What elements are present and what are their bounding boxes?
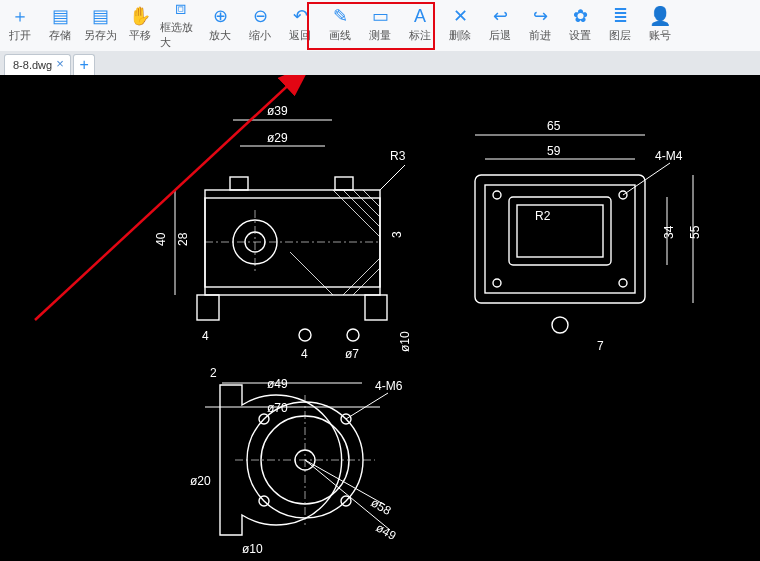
dim-d58: ø58 (369, 495, 394, 518)
save-button[interactable]: ▤存储 (40, 3, 80, 45)
saveas-button-label: 另存为 (84, 28, 117, 43)
dim-28: 28 (176, 232, 190, 246)
pan-button-label: 平移 (129, 28, 151, 43)
dim-40: 40 (154, 232, 168, 246)
dim-7: 7 (597, 339, 604, 353)
svg-line-18 (343, 258, 380, 295)
dim-d49v3: ø49 (374, 520, 399, 543)
toolbar: ＋打开▤存储▤另存为✋平移⧈框选放大⊕放大⊖缩小↶返回✎画线▭测量A标注✕删除↩… (0, 0, 760, 51)
measure-button-label: 测量 (369, 28, 391, 43)
dim-R3: R3 (390, 149, 406, 163)
saveas-button-icon: ▤ (92, 5, 109, 27)
svg-point-33 (619, 279, 627, 287)
dim-4M6: 4-M6 (375, 379, 403, 393)
layers-button[interactable]: ≣图层 (600, 3, 640, 45)
annotate-button-label: 标注 (409, 28, 431, 43)
close-icon[interactable]: × (54, 58, 66, 70)
layers-button-icon: ≣ (613, 5, 628, 27)
tab-add-button[interactable]: + (73, 54, 95, 75)
svg-rect-1 (205, 190, 380, 295)
zoom-back-button[interactable]: ↶返回 (280, 3, 320, 45)
delete-button-label: 删除 (449, 28, 471, 43)
undo-button-label: 后退 (489, 28, 511, 43)
zoom-window-button[interactable]: ⧈框选放大 (160, 3, 200, 45)
dim-d29: ø29 (267, 131, 288, 145)
draw-line-button-label: 画线 (329, 28, 351, 43)
dim-59: 59 (547, 144, 561, 158)
zoom-out-button[interactable]: ⊖缩小 (240, 3, 280, 45)
dim-55: 55 (688, 225, 702, 239)
dim-3: 3 (390, 231, 404, 238)
svg-rect-28 (509, 197, 611, 265)
tab-active[interactable]: 8-8.dwg × (4, 54, 71, 75)
annotate-button-icon: A (414, 5, 426, 27)
svg-line-22 (380, 165, 405, 190)
tab-bar: 8-8.dwg × + (0, 51, 760, 75)
draw-line-button[interactable]: ✎画线 (320, 3, 360, 45)
dim-4a: 4 (202, 329, 209, 343)
dim-d39: ø39 (267, 104, 288, 118)
open-button-icon: ＋ (11, 5, 29, 27)
dim-d20: ø20 (190, 474, 211, 488)
measure-button[interactable]: ▭测量 (360, 3, 400, 45)
svg-rect-2 (205, 198, 380, 287)
account-button[interactable]: 👤账号 (640, 3, 680, 45)
tab-label: 8-8.dwg (13, 59, 52, 71)
svg-line-49 (346, 393, 388, 419)
svg-rect-8 (335, 177, 353, 190)
redo-button[interactable]: ↪前进 (520, 3, 560, 45)
zoom-in-button-icon: ⊕ (213, 5, 228, 27)
redo-button-label: 前进 (529, 28, 551, 43)
dim-d10r: ø10 (398, 331, 412, 352)
svg-point-11 (299, 329, 311, 341)
layers-button-label: 图层 (609, 28, 631, 43)
draw-line-button-icon: ✎ (333, 5, 348, 27)
svg-line-50 (305, 460, 385, 505)
svg-point-30 (493, 191, 501, 199)
dim-R2: R2 (535, 209, 551, 223)
dim-d10v3: ø10 (242, 542, 263, 556)
dim-4b: 4 (301, 347, 308, 361)
saveas-button[interactable]: ▤另存为 (80, 3, 120, 45)
measure-button-icon: ▭ (372, 5, 389, 27)
svg-rect-27 (485, 185, 635, 293)
undo-button-icon: ↩ (493, 5, 508, 27)
zoom-out-button-icon: ⊖ (253, 5, 268, 27)
undo-button[interactable]: ↩后退 (480, 3, 520, 45)
settings-button-icon: ✿ (573, 5, 588, 27)
zoom-in-button-label: 放大 (209, 28, 231, 43)
svg-line-37 (623, 163, 670, 195)
dim-d7: ø7 (345, 347, 359, 361)
zoom-in-button[interactable]: ⊕放大 (200, 3, 240, 45)
dim-v3-2: 2 (210, 366, 217, 380)
zoom-window-button-label: 框选放大 (160, 20, 200, 50)
drawing-canvas[interactable]: ø39 ø29 R3 40 28 3 ø10 4 4 ø7 ø49 ø70 65… (0, 75, 760, 561)
svg-line-14 (343, 190, 380, 227)
account-button-icon: 👤 (649, 5, 671, 27)
pan-button-icon: ✋ (129, 5, 151, 27)
svg-rect-7 (230, 177, 248, 190)
account-button-label: 账号 (649, 28, 671, 43)
open-button[interactable]: ＋打开 (0, 3, 40, 45)
zoom-window-button-icon: ⧈ (175, 0, 186, 19)
annotate-button[interactable]: A标注 (400, 3, 440, 45)
pan-button[interactable]: ✋平移 (120, 3, 160, 45)
svg-point-12 (347, 329, 359, 341)
delete-button-icon: ✕ (453, 5, 468, 27)
save-button-label: 存储 (49, 28, 71, 43)
settings-button-label: 设置 (569, 28, 591, 43)
zoom-out-button-label: 缩小 (249, 28, 271, 43)
open-button-label: 打开 (9, 28, 31, 43)
settings-button[interactable]: ✿设置 (560, 3, 600, 45)
svg-rect-9 (197, 295, 219, 320)
delete-button[interactable]: ✕删除 (440, 3, 480, 45)
zoom-back-button-icon: ↶ (293, 5, 308, 27)
svg-rect-29 (517, 205, 603, 257)
svg-point-34 (552, 317, 568, 333)
zoom-back-button-label: 返回 (289, 28, 311, 43)
dim-d49: ø49 (267, 377, 288, 391)
svg-line-17 (290, 252, 333, 295)
dim-34: 34 (662, 225, 676, 239)
redo-button-icon: ↪ (533, 5, 548, 27)
svg-line-13 (333, 190, 380, 237)
